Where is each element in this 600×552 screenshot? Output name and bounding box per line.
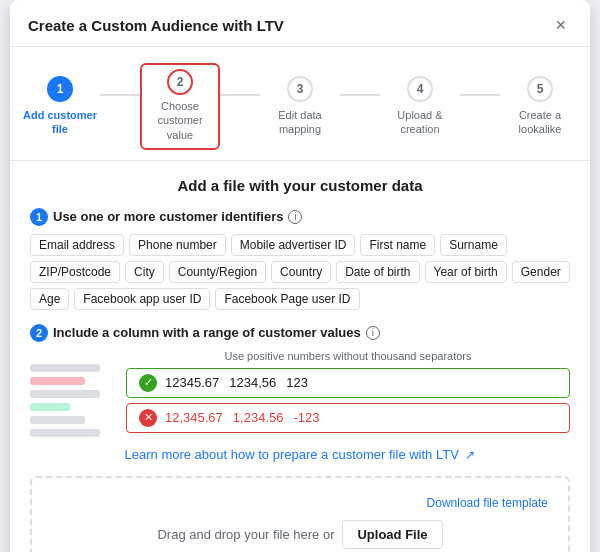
- ltv-good-values: 12345.67 1234,56 123: [165, 375, 308, 390]
- ltv-bad-box: ✕ 12,345.67 1,234.56 -123: [126, 403, 570, 433]
- ltv-bad-val-2: 1,234.56: [233, 410, 284, 425]
- tag-phone: Phone number: [129, 234, 226, 256]
- learn-more-text: Learn more about how to prepare a custom…: [125, 447, 459, 462]
- identifiers-header: 1 Use one or more customer identifiers i: [30, 208, 570, 226]
- tag-fb-page: Facebook Page user ID: [215, 288, 359, 310]
- x-icon: ✕: [139, 409, 157, 427]
- ltv-line-4: [30, 403, 70, 411]
- tag-zip: ZIP/Postcode: [30, 261, 120, 283]
- check-icon: ✓: [139, 374, 157, 392]
- tag-age: Age: [30, 288, 69, 310]
- step-5: 5 Create a lookalike: [500, 76, 580, 137]
- ltv-bad-values: 12,345.67 1,234.56 -123: [165, 410, 319, 425]
- step-3-circle: 3: [287, 76, 313, 102]
- ltv-line-3: [30, 390, 100, 398]
- step-5-label: Create a lookalike: [500, 108, 580, 137]
- upload-file-button[interactable]: Upload File: [342, 520, 442, 549]
- modal-container: Create a Custom Audience with LTV × 1 Ad…: [10, 0, 590, 552]
- ltv-header: 2 Include a column with a range of custo…: [30, 324, 570, 342]
- close-button[interactable]: ×: [549, 14, 572, 36]
- tag-first-name: First name: [360, 234, 435, 256]
- tag-dob: Date of birth: [336, 261, 419, 283]
- learn-more-anchor[interactable]: Learn more about how to prepare a custom…: [125, 447, 476, 462]
- ltv-good-val-1: 12345.67: [165, 375, 219, 390]
- ltv-bad-val-1: 12,345.67: [165, 410, 223, 425]
- modal-header: Create a Custom Audience with LTV ×: [10, 0, 590, 47]
- tag-city: City: [125, 261, 164, 283]
- step-3-label: Edit data mapping: [260, 108, 340, 137]
- tag-county: County/Region: [169, 261, 266, 283]
- identifiers-badge: 1: [30, 208, 48, 226]
- ltv-header-text: Include a column with a range of custome…: [53, 325, 361, 340]
- ltv-line-1: [30, 364, 100, 372]
- ltv-hint: Use positive numbers without thousand se…: [126, 350, 570, 362]
- step-4-label: Upload & creation: [380, 108, 460, 137]
- step-3: 3 Edit data mapping: [260, 76, 340, 137]
- ltv-illustration: [30, 356, 110, 426]
- identifier-tags: Email address Phone number Mobile advert…: [30, 234, 570, 310]
- connector-1-2: [100, 94, 140, 96]
- steps-bar: 1 Add customer file 2 Choose customer va…: [10, 47, 590, 161]
- upload-area-top: Download file template: [52, 496, 548, 510]
- tag-yob: Year of birth: [425, 261, 507, 283]
- learn-more-link[interactable]: Learn more about how to prepare a custom…: [30, 447, 570, 462]
- upload-drop-text: Drag and drop your file here or: [157, 527, 334, 542]
- ltv-good-val-2: 1234,56: [229, 375, 276, 390]
- modal-title: Create a Custom Audience with LTV: [28, 17, 284, 34]
- ltv-good-val-3: 123: [286, 375, 308, 390]
- external-link-icon: ↗: [465, 448, 475, 462]
- identifiers-header-text: Use one or more customer identifiers: [53, 209, 283, 224]
- upload-area: Download file template Drag and drop you…: [30, 476, 570, 552]
- tag-surname: Surname: [440, 234, 507, 256]
- ltv-badge: 2: [30, 324, 48, 342]
- body-section-title: Add a file with your customer data: [30, 177, 570, 194]
- connector-4-5: [460, 94, 500, 96]
- connector-2-3: [220, 94, 260, 96]
- tag-country: Country: [271, 261, 331, 283]
- tag-mobile-advertiser: Mobile advertiser ID: [231, 234, 356, 256]
- identifiers-section: 1 Use one or more customer identifiers i…: [30, 208, 570, 310]
- ltv-visual: Use positive numbers without thousand se…: [30, 350, 570, 433]
- tag-email: Email address: [30, 234, 124, 256]
- tag-fb-app: Facebook app user ID: [74, 288, 210, 310]
- ltv-line-6: [30, 429, 100, 437]
- step-1: 1 Add customer file: [20, 76, 100, 137]
- download-template-link[interactable]: Download file template: [427, 496, 548, 510]
- step-1-circle: 1: [47, 76, 73, 102]
- ltv-right: Use positive numbers without thousand se…: [126, 350, 570, 433]
- ltv-section: 2 Include a column with a range of custo…: [30, 324, 570, 433]
- ltv-info-icon[interactable]: i: [366, 326, 380, 340]
- step-4-circle: 4: [407, 76, 433, 102]
- ltv-good-box: ✓ 12345.67 1234,56 123: [126, 368, 570, 398]
- step-1-label: Add customer file: [20, 108, 100, 137]
- step-2-circle: 2: [167, 69, 193, 95]
- modal-body: Add a file with your customer data 1 Use…: [10, 161, 590, 552]
- step-2-label: Choose customer value: [150, 99, 210, 142]
- ltv-bad-val-3: -123: [293, 410, 319, 425]
- step-5-circle: 5: [527, 76, 553, 102]
- ltv-line-5: [30, 416, 85, 424]
- step-4: 4 Upload & creation: [380, 76, 460, 137]
- upload-row: Drag and drop your file here or Upload F…: [52, 520, 548, 549]
- tag-gender: Gender: [512, 261, 570, 283]
- ltv-line-2: [30, 377, 85, 385]
- step-2: 2 Choose customer value: [140, 63, 220, 150]
- identifiers-info-icon[interactable]: i: [288, 210, 302, 224]
- connector-3-4: [340, 94, 380, 96]
